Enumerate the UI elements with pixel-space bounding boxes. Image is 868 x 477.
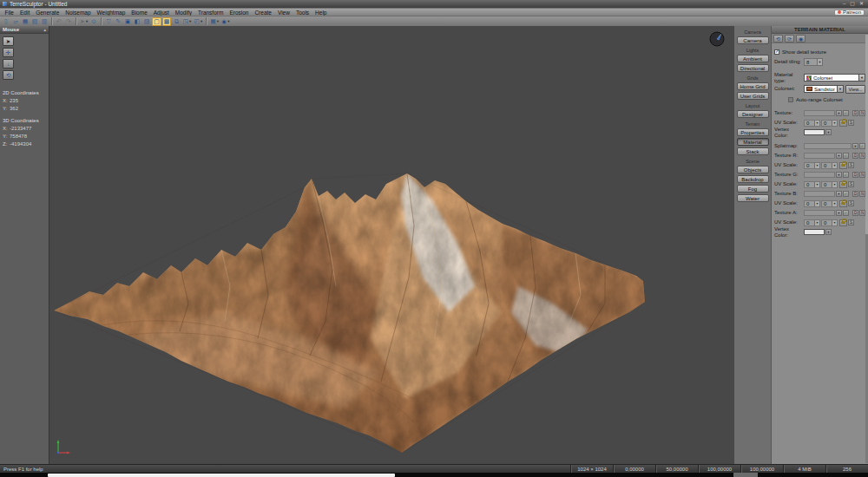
texture-field[interactable]	[804, 172, 835, 178]
uv-scale-u[interactable]: 0▾	[804, 181, 820, 188]
apply-check-icon[interactable]: ✓	[843, 110, 849, 116]
panel-button-home-grid[interactable]: Home Grid	[737, 82, 769, 90]
panel-toggle-icon[interactable]: ▢	[152, 17, 161, 26]
diffuse-button[interactable]: D	[852, 191, 858, 197]
maximize-button[interactable]: ▢	[850, 1, 855, 7]
diffuse-button[interactable]: D	[852, 210, 858, 216]
panel-button-fog[interactable]: Fog	[737, 185, 769, 193]
panel-button-directional[interactable]: Directional	[737, 64, 769, 72]
panel-button-water[interactable]: Water	[737, 194, 769, 202]
open-file-icon[interactable]: ▱	[11, 17, 20, 26]
lock-ratio-button[interactable]	[839, 181, 847, 188]
chevron-down-icon[interactable]: ▾	[832, 220, 837, 225]
chevron-down-icon[interactable]: ▾	[814, 201, 819, 206]
scale-reset-button[interactable]: S	[848, 219, 854, 225]
noise-tool-icon[interactable]: ▨	[142, 17, 151, 26]
uv-scale-v[interactable]: 0▾	[821, 200, 838, 207]
chevron-down-icon[interactable]: ▾	[836, 210, 842, 216]
diffuse-button[interactable]: D	[852, 172, 858, 178]
scale-reset-button[interactable]: S	[848, 200, 854, 206]
lock-ratio-button[interactable]	[839, 200, 847, 207]
chevron-down-icon[interactable]: ▾	[825, 229, 832, 235]
panel-button-backdrop[interactable]: Backdrop	[737, 175, 769, 183]
ramp-tool-icon[interactable]: ◧	[133, 17, 141, 26]
autorange-checkbox[interactable]	[788, 97, 793, 102]
chevron-down-icon[interactable]: ▾	[836, 172, 842, 178]
uv-scale-v[interactable]: 0▾	[821, 120, 838, 127]
new-terrain-icon[interactable]: ▯	[2, 17, 10, 26]
save-file-icon[interactable]: ▦	[21, 17, 30, 26]
mouse-panel-header[interactable]: Mouse ▴	[0, 26, 49, 34]
chevron-down-icon[interactable]: ▼	[838, 85, 844, 93]
view-colorset-button[interactable]: View...	[845, 85, 865, 94]
colorset-dropdown[interactable]: Sandstone	[804, 85, 838, 93]
panel-button-objects[interactable]: Objects	[737, 166, 769, 173]
panel-button-designer[interactable]: Designer	[737, 110, 769, 118]
stack-view-icon[interactable]: ⧉	[172, 17, 181, 26]
material-type-dropdown[interactable]: Colorset	[804, 74, 859, 82]
flatten-tool-icon[interactable]: ▣	[123, 17, 132, 26]
collapse-icon[interactable]: ▴	[43, 27, 46, 32]
terrain-3d-render[interactable]	[49, 26, 733, 464]
view-mode-icon[interactable]: ◳▾	[181, 17, 192, 26]
uv-scale-v[interactable]: 0▾	[821, 181, 838, 188]
normal-button[interactable]: N	[859, 172, 865, 178]
help-options-icon[interactable]: ◉▾	[220, 17, 230, 26]
chevron-down-icon[interactable]: ▾	[836, 153, 842, 159]
chevron-down-icon[interactable]: ▼	[859, 74, 865, 82]
panel-button-camera[interactable]: Camera	[737, 36, 769, 44]
lower-tool[interactable]: ↓	[3, 59, 14, 69]
uv-scale-u[interactable]: 0▾	[804, 219, 820, 226]
texture-field[interactable]	[804, 153, 835, 159]
zoom-tool-icon[interactable]: ⊙	[89, 17, 98, 26]
camera-mode-icon[interactable]: ◰▾	[193, 17, 203, 26]
scale-reset-button[interactable]: S	[848, 181, 854, 187]
chevron-down-icon[interactable]: ▾	[814, 163, 819, 168]
normal-button[interactable]: N	[859, 191, 865, 197]
panel-button-stack[interactable]: Stack	[737, 147, 769, 155]
close-button[interactable]: ✕	[859, 1, 864, 7]
chevron-down-icon[interactable]: ▾	[832, 121, 837, 126]
vertex-color-swatch[interactable]	[804, 229, 825, 235]
texture-field[interactable]	[804, 191, 835, 197]
pan-tool[interactable]: ✛	[3, 48, 14, 57]
grid-options-icon[interactable]: ▦▾	[209, 17, 220, 26]
import-export-icon[interactable]: ▥	[40, 17, 49, 26]
minimize-button[interactable]: –	[843, 1, 845, 7]
splatmap-field[interactable]	[804, 143, 852, 149]
apply-check-icon[interactable]: ✓	[843, 191, 849, 197]
apply-check-icon[interactable]: ✓	[843, 153, 849, 159]
camera-compass-gizmo[interactable]	[709, 31, 725, 47]
uv-scale-u[interactable]: 0▾	[804, 200, 820, 207]
viewport-3d[interactable]	[49, 26, 733, 464]
lock-ratio-button[interactable]	[839, 162, 847, 169]
panel-button-ambient[interactable]: Ambient	[737, 55, 769, 62]
chevron-down-icon[interactable]: ▾	[852, 143, 858, 149]
panel-button-properties[interactable]: Properties	[737, 128, 769, 136]
orbit-tool[interactable]: ⟲	[3, 70, 14, 80]
chevron-down-icon[interactable]: ▾	[832, 201, 837, 206]
apply-check-icon[interactable]: ✓	[859, 143, 865, 149]
redo-icon[interactable]: ⟳	[785, 35, 794, 42]
chevron-down-icon[interactable]: ▾	[814, 182, 819, 187]
chevron-down-icon[interactable]: ▾	[825, 129, 832, 135]
save-as-icon[interactable]: ▧	[30, 17, 39, 26]
lock-ratio-button[interactable]	[839, 219, 847, 226]
preview-icon[interactable]: ◉	[796, 35, 806, 42]
chevron-down-icon[interactable]: ▼	[817, 59, 822, 65]
texture-field[interactable]	[804, 210, 835, 216]
chevron-down-icon[interactable]: ▾	[836, 191, 842, 197]
filter-tool-icon[interactable]: ▽	[104, 17, 113, 26]
panel-button-material[interactable]: Material	[737, 138, 769, 146]
show-detail-checkbox[interactable]: ✓	[774, 49, 779, 55]
normal-button[interactable]: N	[859, 110, 865, 116]
uv-scale-u[interactable]: 0▾	[804, 162, 820, 169]
chevron-down-icon[interactable]: ▾	[832, 163, 837, 168]
uv-scale-v[interactable]: 0▾	[821, 219, 838, 226]
lock-ratio-button[interactable]	[839, 120, 847, 127]
scale-reset-button[interactable]: S	[848, 162, 854, 168]
chevron-down-icon[interactable]: ▾	[832, 182, 837, 187]
scale-reset-button[interactable]: S	[848, 120, 854, 126]
diffuse-button[interactable]: D	[852, 153, 858, 159]
apply-check-icon[interactable]: ✓	[843, 210, 849, 216]
